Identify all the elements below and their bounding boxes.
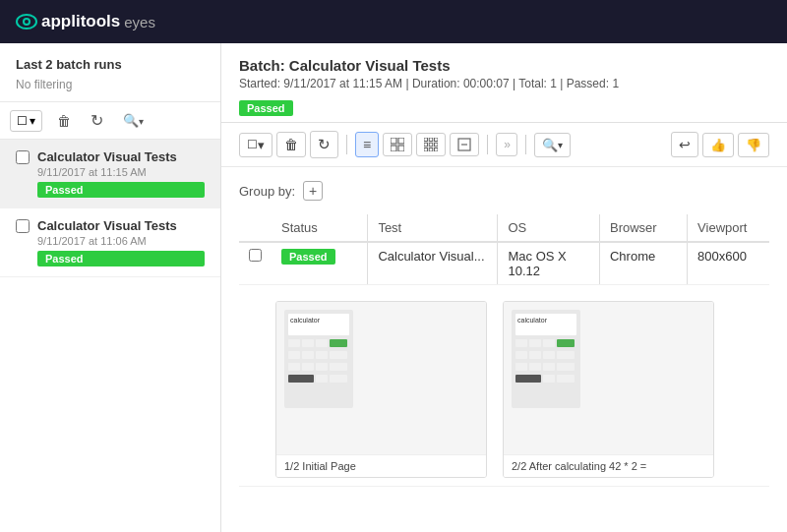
content-select-button[interactable]: ☐ ▾ — [239, 133, 272, 157]
thumbnails-container: calculator — [275, 301, 765, 478]
content-refresh-button[interactable]: ↻ — [310, 131, 338, 158]
content-search-button[interactable]: 🔍▾ — [534, 133, 571, 157]
group-by-add-button[interactable]: + — [303, 181, 323, 201]
svg-rect-24 — [330, 339, 347, 347]
sidebar-checkbox-icon: ☐ — [17, 114, 28, 128]
calculator-screenshot-1: calculator — [284, 310, 353, 408]
content-list-view-button[interactable]: ≡ — [355, 132, 379, 157]
svg-rect-29 — [288, 363, 300, 371]
svg-rect-5 — [391, 146, 396, 151]
content-area: Batch: Calculator Visual Tests Started: … — [221, 43, 787, 532]
content-diff-button[interactable]: » — [496, 133, 517, 156]
thumbnail-card-1[interactable]: calculator — [503, 301, 714, 478]
sidebar-select-button[interactable]: ☐ ▾ — [10, 110, 42, 132]
sidebar-item-0[interactable]: Calculator Visual Tests 9/11/2017 at 11:… — [0, 140, 220, 208]
svg-rect-21 — [288, 339, 300, 347]
sidebar-delete-button[interactable]: 🗑 — [52, 110, 76, 132]
sidebar-item-date-0: 9/11/2017 at 11:15 AM — [16, 166, 205, 178]
svg-rect-7 — [424, 138, 428, 142]
content-body: Group by: + Status Test OS Browser Viewp… — [221, 167, 787, 532]
toolbar-separator-3 — [525, 135, 526, 154]
app-header: applitoolseyes — [0, 0, 787, 43]
svg-rect-45 — [543, 351, 555, 359]
batch-meta: Started: 9/11/2017 at 11:15 AM | Duratio… — [239, 77, 769, 90]
sidebar-item-checkbox-1[interactable] — [16, 219, 30, 233]
sidebar-item-badge-1: Passed — [37, 251, 205, 266]
grid3-icon — [424, 138, 438, 151]
svg-rect-12 — [435, 143, 439, 147]
content-thumbdown-button[interactable]: 👎 — [738, 133, 769, 157]
svg-text:calculator: calculator — [290, 317, 321, 324]
thumbnail-label-1: 2/2 After calculating 42 * 2 = — [504, 454, 713, 477]
content-toolbar: ☐ ▾ 🗑 ↻ ≡ — [221, 123, 787, 167]
sidebar-refresh-button[interactable]: ↻ — [86, 108, 108, 133]
svg-rect-50 — [557, 363, 575, 371]
logo-eye-icon — [16, 14, 37, 30]
sidebar-header: Last 2 batch runs — [0, 43, 220, 76]
logo-eyes-text: eyes — [124, 14, 155, 30]
col-header-browser: Browser — [599, 214, 687, 242]
sidebar-item-title-1: Calculator Visual Tests — [37, 218, 177, 233]
content-grid2-view-button[interactable] — [383, 133, 412, 156]
svg-point-2 — [25, 20, 29, 24]
table-row: Passed Calculator Visual... Mac OS X 10.… — [239, 242, 769, 285]
thumbnail-card-0[interactable]: calculator — [275, 301, 487, 478]
sidebar-toolbar: ☐ ▾ 🗑 ↻ 🔍▾ — [0, 101, 220, 140]
svg-rect-44 — [529, 351, 541, 359]
row-viewport-0: 800x600 — [688, 242, 769, 285]
thumbnail-img-1: calculator — [504, 302, 713, 454]
svg-rect-9 — [435, 138, 439, 142]
svg-rect-22 — [302, 339, 314, 347]
batch-status-badge: Passed — [239, 100, 293, 116]
svg-rect-13 — [424, 148, 428, 152]
col-header-viewport: Viewport — [688, 214, 769, 242]
sidebar-item-1[interactable]: Calculator Visual Tests 9/11/2017 at 11:… — [0, 208, 220, 277]
sidebar-select-arrow: ▾ — [30, 114, 35, 128]
svg-rect-14 — [429, 148, 433, 152]
content-select-arrow: ▾ — [258, 138, 265, 152]
svg-rect-33 — [288, 375, 314, 383]
calculator-screenshot-2: calculator — [512, 310, 580, 408]
svg-text:calculator: calculator — [517, 317, 548, 324]
row-test-0: Calculator Visual... — [368, 242, 498, 285]
content-checkbox-icon: ☐ — [247, 138, 258, 151]
thumbnail-img-0: calculator — [276, 302, 486, 454]
content-undo-button[interactable]: ↩ — [671, 132, 698, 157]
sidebar-search-button[interactable]: 🔍▾ — [118, 110, 149, 131]
svg-rect-15 — [435, 148, 439, 152]
toolbar-separator-2 — [487, 135, 488, 154]
svg-rect-26 — [302, 351, 314, 359]
svg-rect-40 — [529, 339, 541, 347]
svg-rect-27 — [316, 351, 328, 359]
batch-title: Batch: Calculator Visual Tests — [239, 57, 769, 74]
row-status-0: Passed — [281, 249, 335, 265]
svg-rect-42 — [557, 339, 575, 347]
fullscreen-icon — [457, 138, 471, 151]
sidebar-item-date-1: 9/11/2017 at 11:06 AM — [16, 235, 205, 247]
content-header: Batch: Calculator Visual Tests Started: … — [221, 43, 787, 123]
svg-rect-30 — [302, 363, 314, 371]
sidebar-filter: No filtering — [0, 76, 220, 101]
sidebar-item-checkbox-0[interactable] — [16, 150, 30, 164]
row-checkbox-0[interactable] — [249, 249, 262, 262]
content-fullscreen-button[interactable] — [450, 133, 479, 156]
content-thumbup-button[interactable]: 👍 — [702, 133, 734, 157]
svg-rect-49 — [543, 363, 555, 371]
sidebar-item-badge-0: Passed — [37, 182, 205, 198]
sidebar-items: Calculator Visual Tests 9/11/2017 at 11:… — [0, 140, 220, 532]
row-os-0: Mac OS X 10.12 — [498, 242, 599, 285]
svg-rect-46 — [557, 351, 575, 359]
svg-rect-43 — [515, 351, 527, 359]
svg-rect-48 — [529, 363, 541, 371]
svg-rect-4 — [398, 138, 404, 144]
col-header-test: Test — [368, 214, 498, 242]
app-logo: applitoolseyes — [16, 12, 155, 31]
thumbnails-row: calculator — [239, 285, 769, 487]
svg-rect-31 — [316, 363, 328, 371]
content-grid3-view-button[interactable] — [416, 133, 446, 156]
svg-rect-41 — [543, 339, 555, 347]
svg-rect-23 — [316, 339, 328, 347]
content-delete-button[interactable]: 🗑 — [276, 132, 306, 157]
group-by-row: Group by: + — [239, 181, 769, 201]
svg-rect-35 — [330, 375, 347, 383]
